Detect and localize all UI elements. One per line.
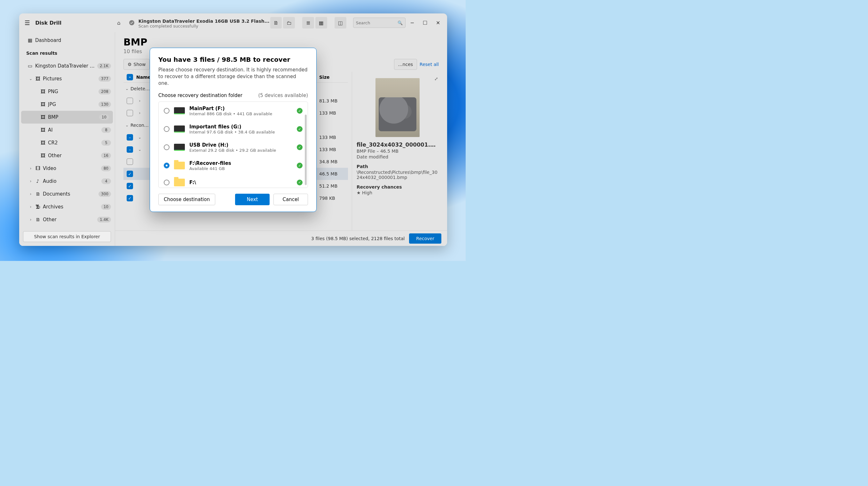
devices-available-hint: (5 devices available) [258, 92, 308, 98]
check-ok-icon: ✓ [297, 126, 303, 132]
destination-list: MainPart (F:)Internal 886 GB disk • 441 … [158, 102, 308, 188]
folder-icon [174, 162, 185, 169]
modal-description: Please choose recovery destination. It i… [158, 66, 308, 87]
check-ok-icon: ✓ [297, 144, 303, 150]
radio-button[interactable] [164, 108, 169, 114]
modal-title: You have 3 files / 98.5 MB to recover [158, 56, 308, 63]
radio-button[interactable] [164, 180, 169, 185]
destination-option[interactable]: USB Drive (H:)External 29.2 GB disk • 29… [159, 138, 308, 156]
drive-icon [174, 144, 185, 151]
check-ok-icon: ✓ [297, 163, 303, 168]
drive-icon [174, 125, 185, 133]
folder-icon [174, 179, 185, 186]
check-ok-icon: ✓ [297, 108, 303, 114]
next-button[interactable]: Next [235, 194, 270, 205]
modal-overlay: You have 3 files / 98.5 MB to recover Pl… [19, 13, 447, 246]
destination-option[interactable]: Important files (G:)Internal 97.6 GB dis… [159, 120, 308, 138]
app-window: ☰ Disk Drill ⌂ Kingston DataTraveler Exo… [19, 13, 447, 246]
radio-button[interactable] [164, 126, 169, 132]
check-ok-icon: ✓ [297, 180, 303, 185]
drive-icon [174, 107, 185, 114]
recovery-destination-dialog: You have 3 files / 98.5 MB to recover Pl… [150, 48, 317, 212]
destination-option[interactable]: F:\Recover-filesAvailable 441 GB ✓ [159, 156, 308, 175]
choose-destination-button[interactable]: Choose destination [158, 194, 215, 205]
radio-button[interactable] [164, 144, 169, 150]
scrollbar[interactable] [305, 115, 307, 185]
choose-destination-label: Choose recovery destination folder [158, 92, 242, 98]
cancel-button[interactable]: Cancel [274, 194, 308, 205]
destination-option[interactable]: MainPart (F:)Internal 886 GB disk • 441 … [159, 102, 308, 120]
destination-option[interactable]: F:\ ✓ [159, 175, 308, 188]
radio-button[interactable] [164, 163, 169, 168]
